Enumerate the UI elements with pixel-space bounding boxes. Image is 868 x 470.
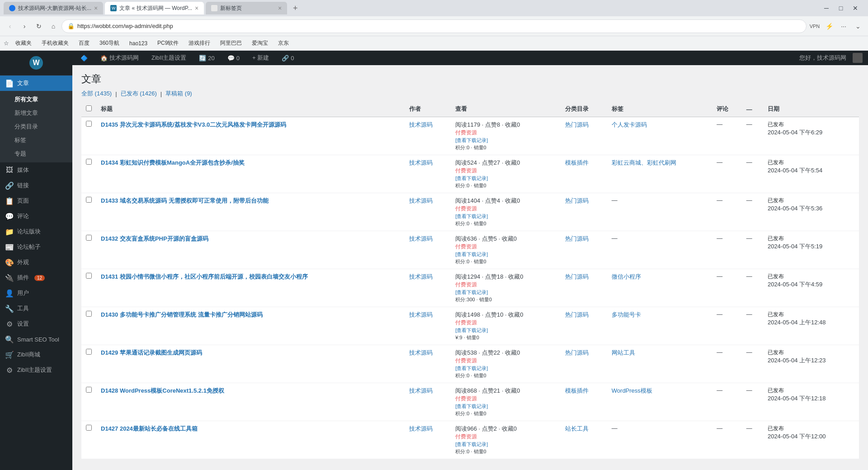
- tag2-link[interactable]: 微信小程序: [612, 273, 641, 280]
- row-select-checkbox[interactable]: [86, 273, 92, 279]
- download-records-link[interactable]: [查看下载记录]: [455, 442, 488, 447]
- bookmark-baidu[interactable]: 百度: [75, 38, 93, 48]
- filter-published[interactable]: 已发布 (1426): [121, 90, 157, 98]
- bookmark-taobao[interactable]: 爱淘宝: [248, 38, 272, 48]
- bookmark-alibaba[interactable]: 阿里巴巴: [217, 38, 245, 48]
- article-title-link[interactable]: D1428 WordPress模板CoreNext1.5.2.1免授权: [101, 387, 224, 394]
- sidebar-item-articles[interactable]: 📄 文章: [0, 76, 72, 91]
- row-select-checkbox[interactable]: [86, 121, 92, 127]
- maximize-button[interactable]: □: [835, 3, 846, 14]
- tab2-close[interactable]: ×: [195, 5, 198, 12]
- select-all-checkbox[interactable]: [86, 105, 92, 111]
- back-button[interactable]: ‹: [4, 20, 16, 33]
- bookmark-360[interactable]: 360导航: [96, 38, 123, 48]
- tab3-close[interactable]: ×: [278, 5, 282, 12]
- author-link[interactable]: 技术源码: [409, 235, 433, 242]
- home-button[interactable]: ⌂: [47, 20, 60, 33]
- tag1-link[interactable]: 热门源码: [565, 311, 589, 318]
- browser-tab-3[interactable]: 新标签页 ×: [206, 2, 287, 14]
- author-link[interactable]: 技术源码: [409, 349, 433, 356]
- bookmark-mobile[interactable]: 手机收藏夹: [38, 38, 72, 48]
- tag1-link[interactable]: 模板插件: [565, 159, 589, 166]
- wp-logo-topbar[interactable]: 🔷: [78, 55, 90, 62]
- topbar-comments[interactable]: 💬 0: [225, 55, 242, 62]
- tag2-link[interactable]: WordPress模板: [612, 387, 652, 394]
- refresh-button[interactable]: ↻: [33, 20, 45, 33]
- tag1-link[interactable]: 模板插件: [565, 387, 589, 394]
- author-link[interactable]: 技术源码: [409, 387, 433, 394]
- article-title-link[interactable]: D1429 苹果通话记录截图生成网页源码: [101, 349, 202, 356]
- extensions-button[interactable]: ⚡: [823, 20, 835, 33]
- download-records-link[interactable]: [查看下载记录]: [455, 366, 488, 371]
- downloads-button[interactable]: ⌄: [852, 20, 864, 33]
- topbar-links[interactable]: 🔗 0: [279, 55, 297, 62]
- article-title-link[interactable]: D1427 2024最新站长必备在线工具箱: [101, 425, 198, 432]
- sidebar-sub-topics[interactable]: 专题: [0, 147, 72, 161]
- tag2-link[interactable]: 网站工具: [612, 349, 635, 356]
- filter-all[interactable]: 全部 (1435): [81, 90, 112, 98]
- sidebar-item-comments[interactable]: 💬 评论: [0, 209, 72, 224]
- article-title-link[interactable]: D1432 交友盲盒系统PHP开源的盲盒源码: [101, 235, 208, 242]
- row-select-checkbox[interactable]: [86, 311, 92, 317]
- user-avatar[interactable]: [853, 53, 863, 63]
- topbar-site-name[interactable]: 🏠 技术源码网: [98, 54, 142, 62]
- download-records-link[interactable]: [查看下载记录]: [455, 138, 488, 143]
- topbar-updates[interactable]: 🔄 20: [196, 55, 217, 62]
- author-link[interactable]: 技术源码: [409, 425, 433, 432]
- download-records-link[interactable]: [查看下载记录]: [455, 290, 488, 295]
- tag1-link[interactable]: 热门源码: [565, 197, 589, 204]
- new-tab-button[interactable]: +: [289, 2, 302, 14]
- author-link[interactable]: 技术源码: [409, 273, 433, 280]
- row-select-checkbox[interactable]: [86, 235, 92, 241]
- sidebar-sub-new-article[interactable]: 新增文章: [0, 106, 72, 120]
- article-title-link[interactable]: D1434 彩虹知识付费模板MangoA全开源包含抄杀/抽奖: [101, 159, 245, 166]
- download-records-link[interactable]: [查看下载记录]: [455, 214, 488, 219]
- tag2-link[interactable]: 彩虹云商城、彩虹代刷网: [612, 159, 676, 166]
- sidebar-sub-all-articles[interactable]: 所有文章: [0, 93, 72, 106]
- bookmark-favorites[interactable]: 收藏夹: [12, 38, 35, 48]
- sidebar-item-tools[interactable]: 🔧 工具: [0, 301, 72, 316]
- tag1-link[interactable]: 站长工具: [565, 425, 589, 432]
- sidebar-item-appearance[interactable]: 🎨 外观: [0, 255, 72, 270]
- topbar-theme-setup[interactable]: ZibII主题设置: [149, 54, 189, 62]
- download-records-link[interactable]: [查看下载记录]: [455, 252, 488, 257]
- article-title-link[interactable]: D1435 异次元发卡源码系统/荔枝发卡V3.0二次元风格发卡网全开源源码: [101, 121, 286, 128]
- author-link[interactable]: 技术源码: [409, 121, 433, 128]
- sidebar-item-forum-posts[interactable]: 📰 论坛帖子: [0, 239, 72, 255]
- article-title-link[interactable]: D1433 域名交易系统源码 无需授权即可正常使用，附带后台功能: [101, 197, 269, 204]
- article-title-link[interactable]: D1431 校园小情书微信小程序，社区小程序前后端开源，校园表白墙交友小程序: [101, 273, 308, 280]
- tag1-link[interactable]: 热门源码: [565, 349, 589, 356]
- browser-tab-2[interactable]: W 文章 « 技术源码网 — WordP... ×: [105, 2, 204, 14]
- filter-draft[interactable]: 草稿箱 (9): [165, 90, 192, 98]
- bookmark-hao123[interactable]: hao123: [126, 39, 151, 47]
- sidebar-item-plugins[interactable]: 🔌 插件 12: [0, 270, 72, 285]
- download-records-link[interactable]: [查看下载记录]: [455, 404, 488, 409]
- sidebar-sub-categories[interactable]: 分类目录: [0, 120, 72, 133]
- author-link[interactable]: 技术源码: [409, 311, 433, 318]
- bookmark-games[interactable]: 游戏排行: [185, 38, 214, 48]
- topbar-user-greeting[interactable]: 您好，技术源码网: [797, 54, 849, 62]
- author-link[interactable]: 技术源码: [409, 159, 433, 166]
- tag2-link[interactable]: 个人发卡源码: [612, 121, 647, 128]
- sidebar-item-theme-setup[interactable]: ⚙ ZibII主题设置: [0, 362, 72, 378]
- sidebar-item-forum-sections[interactable]: 📁 论坛版块: [0, 224, 72, 239]
- browser-tab-1[interactable]: 技术源码网-大鹏资源网-站长... ×: [4, 2, 103, 14]
- topbar-new[interactable]: + 新建: [250, 54, 272, 62]
- address-bar[interactable]: 🔒 https://wobbt.com/wp-admin/edit.php: [61, 19, 807, 33]
- sidebar-item-smart-seo[interactable]: 🔍 Smart SEO Tool: [0, 332, 72, 347]
- tag1-link[interactable]: 热门源码: [565, 235, 589, 242]
- sidebar-sub-tags[interactable]: 标签: [0, 133, 72, 147]
- tag1-link[interactable]: 热门源码: [565, 273, 589, 280]
- vpn-icon[interactable]: VPN: [808, 20, 821, 33]
- sidebar-item-links[interactable]: 🔗 链接: [0, 178, 72, 193]
- bookmark-pc9[interactable]: PC9软件: [154, 38, 182, 48]
- tag1-link[interactable]: 热门源码: [565, 121, 589, 128]
- row-select-checkbox[interactable]: [86, 387, 92, 393]
- sidebar-item-users[interactable]: 👤 用户: [0, 285, 72, 301]
- row-select-checkbox[interactable]: [86, 197, 92, 203]
- more-button[interactable]: ···: [837, 20, 850, 33]
- sidebar-item-media[interactable]: 🖼 媒体: [0, 162, 72, 178]
- bookmark-jd[interactable]: 京东: [274, 38, 292, 48]
- article-title-link[interactable]: D1430 多功能号卡推广分销管理系统 流量卡推广分销网站源码: [101, 311, 263, 318]
- download-records-link[interactable]: [查看下载记录]: [455, 176, 488, 181]
